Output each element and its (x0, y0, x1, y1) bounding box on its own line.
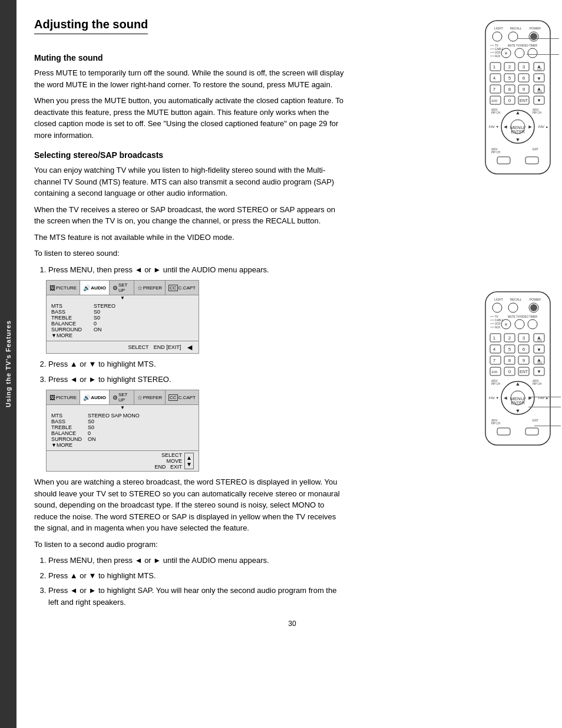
svg-text:5: 5 (508, 75, 511, 81)
svg-text:9: 9 (523, 87, 525, 92)
svg-text:CH: CH (537, 338, 542, 342)
svg-rect-73 (525, 157, 538, 164)
page-number: 30 (34, 620, 550, 628)
menu-row-balance-val: 0 (94, 321, 115, 327)
svg-text:PIP CH: PIP CH (491, 111, 500, 114)
nav-line (528, 407, 561, 407)
svg-rect-147 (525, 428, 538, 435)
mute-line (527, 54, 559, 55)
svg-text:▼: ▼ (537, 76, 541, 81)
muting-section: Muting the sound Press MUTE to temporari… (34, 53, 346, 141)
svg-text:▼: ▼ (537, 369, 541, 374)
svg-point-20 (528, 48, 537, 58)
svg-text:8: 8 (508, 358, 511, 363)
menu-end-exit-1: END [EXIT] (154, 344, 181, 350)
svg-text:FAV ▼: FAV ▼ (489, 125, 499, 129)
remote-diagram-1: LIGHT RECALL POWER TV CABLE V (474, 18, 556, 182)
svg-text:▼: ▼ (515, 137, 521, 143)
menu-row-mts-label: MTS (51, 303, 82, 309)
svg-text:3: 3 (523, 64, 525, 70)
svg-point-19 (515, 48, 524, 58)
svg-text:VCR: VCR (495, 51, 501, 54)
step-2-3: Press ◄ or ► to highlight SAP. You will … (48, 585, 346, 608)
remote-diagram-2: LIGHT RECALL POWER TV CABLE VCR (474, 289, 556, 453)
stereo-p2: When the TV receives a stereo or SAP bro… (34, 204, 346, 227)
svg-text:ENT: ENT (520, 98, 528, 103)
menu-values-1: STEREO S0 S0 0 ON (94, 303, 115, 338)
step-2-2: Press ▲ or ▼ to highlight MTS. (48, 570, 346, 582)
svg-text:TV: TV (495, 44, 498, 47)
svg-text:8: 8 (508, 87, 511, 92)
menu-row-treble-label: TREBLE (51, 315, 82, 321)
svg-text:◄: ◄ (503, 124, 508, 130)
svg-text:4: 4 (493, 75, 496, 81)
svg-text:▼: ▼ (537, 98, 541, 103)
menu-footer-text-2: SELECT MOVE END EXIT (155, 452, 183, 470)
svg-text:VOL: VOL (537, 361, 543, 364)
svg-text:AUX: AUX (495, 55, 500, 58)
svg-point-81 (530, 304, 537, 311)
svg-text:POWER: POWER (530, 27, 541, 30)
svg-text:EXIT: EXIT (533, 148, 538, 151)
step-1-1: Press MENU, then press ◄ or ► until the … (48, 264, 346, 276)
svg-rect-146 (497, 428, 510, 435)
muting-title: Muting the sound (34, 53, 346, 62)
svg-text:ENTER: ENTER (511, 401, 525, 405)
svg-text:2: 2 (508, 64, 511, 70)
stereo-broadcast-p: When you are watching a stereo broadcast… (34, 476, 346, 534)
svg-text:0: 0 (508, 369, 511, 374)
svg-text:►: ► (528, 124, 533, 130)
svg-text:POWER: POWER (530, 298, 541, 301)
tab-ccapt-2: CCC.CAPT (166, 390, 199, 404)
svg-text:ENTER: ENTER (511, 130, 525, 134)
svg-text:1: 1 (493, 64, 496, 70)
step-2-1: Press MENU, then press ◄ or ► until the … (48, 555, 346, 566)
tab-audio-1: 🔊AUDIO (80, 281, 110, 295)
tab-setup-1: ⚙SET UP (110, 281, 134, 295)
svg-text:PIP CH: PIP CH (491, 151, 500, 154)
svg-text:PIP CH: PIP CH (491, 383, 500, 386)
svg-text:PIP CH: PIP CH (491, 422, 500, 425)
svg-text:ENT: ENT (520, 370, 528, 374)
svg-text:▲: ▲ (515, 110, 521, 116)
menu-line (528, 397, 561, 397)
menu-row-bass-label: BASS (51, 309, 82, 315)
tab-prefer-1: ☆PREFER (134, 281, 166, 295)
menu-footer-1: SELECT END [EXIT] ◄ (47, 341, 199, 353)
steps-list-1b: Press ▲ or ▼ to highlight MTS. Press ◄ o… (48, 358, 346, 385)
page-wrapper: Using the TV's Features Adjusting the so… (0, 0, 562, 728)
svg-point-78 (492, 303, 502, 312)
tab-picture-1: 🖼PICTURE (47, 281, 80, 295)
svg-point-93 (515, 319, 524, 329)
svg-text:MUTE TV/VIDEO TIMER: MUTE TV/VIDEO TIMER (508, 315, 538, 318)
svg-text:RECALL: RECALL (510, 298, 522, 301)
svg-text:▲: ▲ (515, 381, 521, 387)
menu-row-surround-label: SURROUND (51, 327, 82, 332)
stereo-p3: The MTS feature is not available while i… (34, 232, 346, 243)
tab-ccapt-1: CCC.CAPT (166, 281, 199, 295)
svg-rect-72 (497, 157, 510, 164)
stereo-p1: You can enjoy watching TV while you list… (34, 164, 346, 199)
second-audio-intro: To listen to a second audio program: (34, 539, 346, 551)
tab-arrow-2: ▼ (47, 405, 199, 410)
svg-point-4 (492, 32, 502, 41)
sidebar-tab: Using the TV's Features (0, 0, 16, 728)
svg-text:7: 7 (493, 358, 496, 363)
svg-text:3: 3 (523, 335, 525, 341)
svg-text:FAV ▲: FAV ▲ (538, 125, 548, 129)
menu-screen-1: 🖼PICTURE 🔊AUDIO ⚙SET UP ☆PREFER CCC.CAPT (46, 280, 199, 354)
svg-text:4: 4 (493, 347, 496, 352)
step-1-3: Press ◄ or ► to highlight STEREO. (48, 374, 346, 386)
svg-text:PIP CH: PIP CH (533, 383, 541, 386)
menu-labels-2: MTS BASS TREBLE BALANCE SURROUND ▼MORE (51, 413, 82, 448)
step-1-2: Press ▲ or ▼ to highlight MTS. (48, 358, 346, 370)
steps-list-2: Press MENU, then press ◄ or ► until the … (48, 555, 346, 608)
svg-text:2: 2 (508, 335, 511, 341)
recall-line (518, 38, 559, 39)
exit-line (534, 426, 561, 426)
svg-text:6: 6 (523, 347, 525, 352)
svg-point-79 (508, 303, 518, 312)
svg-point-7 (530, 33, 537, 40)
menu-screen-2: 🖼PICTURE 🔊AUDIO ⚙SET UP ☆PREFER CCC.CAPT (46, 390, 199, 472)
menu-row-more-label: ▼MORE (51, 332, 82, 338)
